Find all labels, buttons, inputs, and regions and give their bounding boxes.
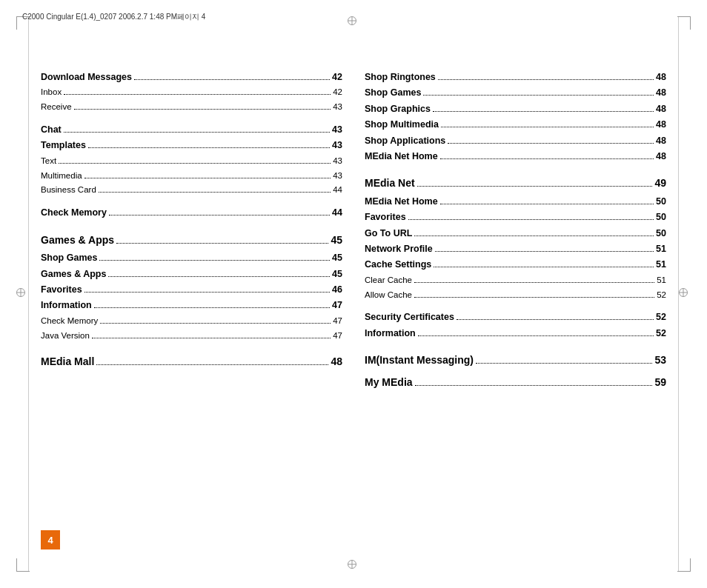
toc-label: Network Profile [365, 242, 433, 256]
toc-page: 52 [656, 327, 666, 341]
toc-entry: Cache Settings51 [365, 258, 666, 272]
toc-page: 50 [656, 210, 666, 224]
toc-page: 46 [332, 283, 342, 297]
toc-entry: Shop Applications48 [365, 134, 666, 148]
toc-page: 42 [332, 70, 342, 84]
toc-label: Check Memory [41, 206, 107, 220]
toc-page: 51 [656, 258, 666, 272]
toc-dots [96, 364, 328, 365]
toc-label: Shop Applications [365, 134, 445, 148]
toc-entry: Chat43 [41, 123, 342, 137]
toc-label: Cache Settings [365, 258, 431, 272]
toc-label: Favorites [365, 210, 406, 224]
toc-entry: Shop Ringtones48 [365, 70, 666, 84]
toc-entry: Clear Cache51 [365, 274, 666, 287]
toc-entry: MEdia Net Home48 [365, 150, 666, 164]
toc-page: 50 [656, 195, 666, 209]
toc-label: Shop Ringtones [365, 70, 436, 84]
toc-entry: Templates43 [41, 138, 342, 153]
toc-label: MEdia Mall [41, 354, 94, 370]
toc-page: 43 [333, 170, 342, 183]
spacer [365, 303, 666, 310]
toc-entry: Allow Cache52 [365, 289, 666, 302]
toc-entry: Go To URL50 [365, 227, 666, 241]
toc-label: Shop Graphics [365, 102, 431, 116]
toc-label: MEdia Net [365, 176, 415, 192]
toc-label: Allow Cache [365, 289, 412, 302]
toc-entry: Games & Apps45 [41, 233, 342, 249]
reg-mark-left [16, 288, 28, 300]
toc-entry: Shop Games45 [41, 251, 342, 265]
toc-page: 48 [656, 102, 666, 116]
doc-header: C2000 Cingular E(1.4)_0207 2006.2.7 1:48… [22, 6, 685, 28]
page-container: C2000 Cingular E(1.4)_0207 2006.2.7 1:48… [0, 0, 707, 588]
toc-entry: Business Card44 [41, 184, 342, 197]
doc-title: C2000 Cingular E(1.4)_0207 2006.2.7 1:48… [22, 12, 205, 22]
toc-dots [108, 276, 330, 277]
toc-label: Clear Cache [365, 274, 412, 287]
spacer [365, 342, 666, 350]
toc-page: 51 [657, 274, 666, 287]
toc-label: Download Messages [41, 70, 132, 84]
toc-dots [417, 186, 653, 187]
toc-entry: My MEdia59 [365, 375, 666, 391]
toc-label: Games & Apps [41, 233, 114, 249]
toc-dots [414, 235, 654, 236]
toc-label: Information [41, 298, 92, 313]
toc-page: 47 [333, 315, 342, 328]
spacer [365, 165, 666, 173]
toc-entry: MEdia Net49 [365, 176, 666, 192]
toc-label: My MEdia [365, 375, 413, 391]
toc-page: 48 [331, 354, 342, 370]
toc-label: MEdia Net Home [365, 195, 438, 209]
toc-dots [64, 132, 330, 133]
toc-entry: MEdia Net Home50 [365, 195, 666, 209]
toc-entry: MEdia Mall48 [41, 354, 342, 370]
toc-dots [414, 297, 654, 298]
toc-page: 42 [333, 86, 342, 99]
border-line-left [28, 16, 29, 572]
toc-entry: Text43 [41, 155, 342, 168]
toc-page: 51 [656, 242, 666, 256]
toc-label: Shop Multimedia [365, 118, 439, 132]
spacer [41, 344, 342, 351]
toc-dots [440, 158, 654, 159]
toc-dots [415, 385, 653, 386]
spacer [41, 222, 342, 230]
toc-entry: Information52 [365, 327, 666, 341]
toc-entry: Shop Multimedia48 [365, 118, 666, 132]
toc-label: Inbox [41, 86, 62, 99]
toc-dots [99, 192, 331, 193]
toc-dots [59, 163, 331, 164]
toc-page: 44 [332, 206, 342, 220]
toc-label: IM(Instant Messaging) [365, 353, 474, 369]
toc-entry: Games & Apps45 [41, 267, 342, 281]
toc-page: 59 [654, 375, 666, 391]
toc-label: Business Card [41, 184, 96, 197]
corner-bl [16, 558, 30, 572]
toc-label: Receive [41, 101, 72, 114]
toc-dots [408, 219, 654, 220]
toc-page: 43 [332, 138, 342, 153]
toc-label: Text [41, 155, 56, 168]
toc-dots [116, 243, 328, 244]
toc-label: Security Certificates [365, 310, 454, 324]
toc-dots [109, 215, 330, 216]
toc-entry: Shop Graphics48 [365, 102, 666, 116]
toc-dots [84, 178, 331, 178]
toc-dots [88, 147, 330, 148]
toc-label: Games & Apps [41, 267, 106, 281]
toc-entry: Information47 [41, 298, 342, 313]
toc-entry: Favorites46 [41, 283, 342, 297]
toc-dots [134, 79, 330, 80]
toc-label: Shop Games [41, 251, 97, 265]
toc-page: 45 [331, 233, 342, 249]
toc-entry: Receive43 [41, 101, 342, 114]
toc-dots [84, 292, 331, 293]
toc-label: Information [365, 327, 416, 341]
toc-label: Go To URL [365, 227, 412, 241]
toc-entry: IM(Instant Messaging)53 [365, 353, 666, 369]
reg-mark-right [679, 288, 691, 300]
toc-dots [64, 94, 331, 95]
toc-page: 53 [654, 353, 666, 369]
